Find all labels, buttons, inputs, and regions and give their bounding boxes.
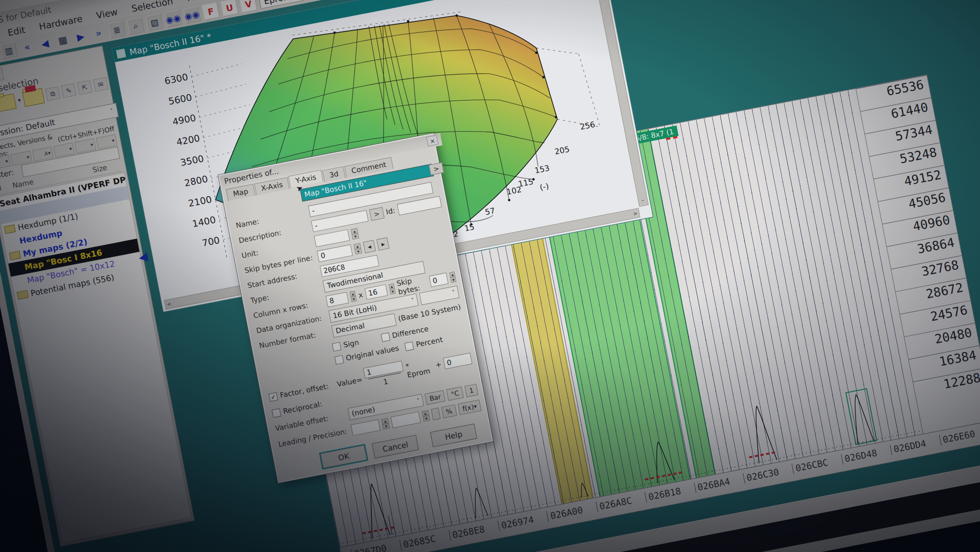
description-expand-button[interactable]: > <box>369 207 384 221</box>
address-label: 0268E8 <box>448 524 485 541</box>
z-tick-label: 2100 <box>188 194 213 209</box>
times-label: x <box>358 290 364 299</box>
address-label: 026DD4 <box>890 438 927 455</box>
first-button[interactable]: « <box>19 39 35 55</box>
sign-checkbox[interactable] <box>332 342 342 351</box>
hex-view-v-button[interactable]: V <box>239 0 257 13</box>
skip-bytes-field[interactable]: 0 <box>429 273 449 287</box>
one-unit-button[interactable]: 1 <box>465 384 479 397</box>
help-button[interactable]: Help <box>430 423 477 447</box>
percent-label: Percent <box>415 335 444 349</box>
scroll-down-icon[interactable]: ˅ <box>641 199 645 206</box>
reciprocal-label: Reciprocal: <box>282 400 323 416</box>
rows-field[interactable]: 16 <box>365 284 388 299</box>
next-button[interactable]: ▶ <box>72 28 89 45</box>
close-icon[interactable]: × <box>426 135 438 146</box>
filter-off-toggle[interactable]: Off <box>104 125 115 134</box>
leading-stepper[interactable]: ▲▼ <box>381 418 390 430</box>
map-window-icon <box>115 48 126 59</box>
z-tick-label: 4900 <box>171 112 197 128</box>
folder-icon <box>4 224 16 234</box>
open-project-dropdown-icon[interactable]: ▾ <box>17 97 22 104</box>
filter-dropdown[interactable]: ▾ <box>0 155 11 170</box>
z-tick-label: 1400 <box>191 214 217 230</box>
percent-format-button[interactable] <box>431 408 440 420</box>
import-map-folder-icon[interactable] <box>22 88 45 107</box>
binoculars-icon[interactable]: ◉◉ <box>164 10 182 28</box>
percent-checkbox[interactable] <box>404 341 414 351</box>
column-name[interactable]: Name <box>12 177 35 192</box>
x-tick-label: 57 <box>484 206 496 217</box>
tab-map[interactable]: Map <box>226 184 255 201</box>
menu-view[interactable]: View <box>95 6 118 21</box>
copy-version-icon[interactable]: ⧉ <box>45 86 60 101</box>
scroll-left-icon[interactable]: < <box>166 300 172 308</box>
checksum-icon[interactable]: ▧ <box>145 13 164 32</box>
x-tick-label: 256 <box>579 120 596 132</box>
variable-offset-value: (none) <box>351 405 376 418</box>
chevron-down-icon: ▾ <box>473 403 478 410</box>
prev-arrow-button[interactable]: ◂ <box>363 240 376 254</box>
pin-icon[interactable]: ▫ <box>0 67 4 82</box>
mail-icon[interactable]: ✉ <box>93 77 108 92</box>
x-axis-unit: (-) <box>539 181 549 192</box>
ok-button[interactable]: OK <box>320 445 367 468</box>
next-arrow-button[interactable]: ▸ <box>377 237 390 251</box>
address-label: 026CBC <box>792 457 829 474</box>
z-tick-label: 700 <box>201 235 221 249</box>
bar-unit-button[interactable]: Bar <box>425 390 446 405</box>
hex-view-u-button[interactable]: U <box>221 0 239 17</box>
folder-icon <box>9 251 21 260</box>
address-label: 026C30 <box>743 466 780 484</box>
precision-field[interactable] <box>390 411 421 428</box>
factor-offset-checkbox[interactable]: ✓ <box>268 392 278 402</box>
list-view-icon[interactable]: ≣ <box>108 21 126 39</box>
fx-button[interactable]: f(x) ▾ <box>457 400 481 415</box>
skip-bytes-line-stepper[interactable]: ▲▼ <box>354 243 362 254</box>
chevron-down-icon: ˅ <box>416 397 421 404</box>
original-values-checkbox[interactable] <box>334 355 344 364</box>
hex-view-f-button[interactable]: F <box>202 2 220 21</box>
celsius-unit-button[interactable]: °C <box>446 386 464 401</box>
binoculars-new-icon[interactable]: ◉◉ <box>183 6 201 24</box>
x-tick-label: 15 <box>464 222 475 233</box>
skip-bytes-line-field[interactable]: 0 <box>317 244 353 262</box>
z-tick-label: 6300 <box>164 71 189 87</box>
value-eq-label: Value= <box>336 375 363 389</box>
reciprocal-checkbox[interactable] <box>272 408 281 418</box>
cancel-button[interactable]: Cancel <box>372 435 419 458</box>
offset-field[interactable]: 0 <box>443 353 472 369</box>
open-project-folder-icon[interactable] <box>0 93 17 112</box>
address-label: 026BA4 <box>694 476 731 493</box>
open-document-icon[interactable]: ▥ <box>0 42 18 60</box>
address-label: 026D48 <box>841 447 878 464</box>
percent-button[interactable]: % <box>441 404 457 418</box>
scroll-right-icon[interactable]: > <box>633 210 638 217</box>
grid-view-button[interactable]: ▦ <box>55 32 71 48</box>
columns-field[interactable]: 8 <box>325 292 349 307</box>
eprom-combo-value: Eprom <box>263 0 292 6</box>
precision-stepper[interactable]: ▲▼ <box>422 410 430 421</box>
skip-bytes-stepper[interactable]: ▲▼ <box>449 272 457 283</box>
x-tick-label: 153 <box>534 164 551 176</box>
search-document-icon[interactable]: ⌕ <box>127 17 145 35</box>
menu-edit[interactable]: Edit <box>7 24 26 38</box>
chevron-down-icon: ˅ <box>110 108 114 115</box>
previous-button[interactable]: ◀ <box>36 35 53 52</box>
difference-checkbox[interactable] <box>380 332 390 342</box>
column-size[interactable]: Size <box>92 163 108 176</box>
z-tick-label: 2800 <box>183 174 209 189</box>
monitor-bezel: WinOLS for Default Project Edit Hardware… <box>0 0 980 552</box>
column-m[interactable]: M <box>0 184 2 195</box>
address-label: 026E60 <box>939 428 976 445</box>
leading-field[interactable] <box>351 419 381 436</box>
tab-3d[interactable]: 3d <box>322 166 345 182</box>
plus-label: + <box>434 360 442 369</box>
export-icon[interactable]: ⇱ <box>77 80 92 95</box>
address-label: 026A8C <box>596 495 633 512</box>
columns-stepper[interactable]: ▲▼ <box>350 291 357 302</box>
last-button[interactable]: » <box>90 25 107 42</box>
rows-stepper[interactable]: ▲▼ <box>389 283 396 295</box>
unit-stepper[interactable]: ▲▼ <box>351 228 359 240</box>
edit-version-icon[interactable]: ✎ <box>61 83 76 98</box>
